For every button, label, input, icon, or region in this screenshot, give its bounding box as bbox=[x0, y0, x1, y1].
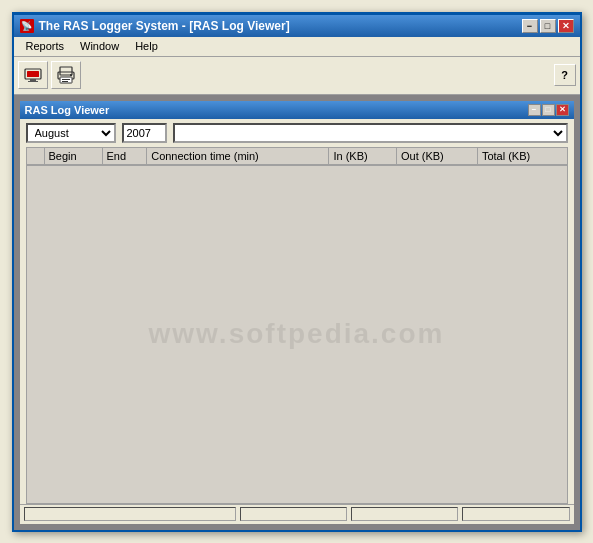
col-checkbox bbox=[26, 147, 44, 164]
menu-bar: Reports Window Help bbox=[14, 37, 580, 57]
close-button[interactable]: ✕ bbox=[558, 19, 574, 33]
menu-window[interactable]: Window bbox=[72, 38, 127, 54]
inner-title-bar: RAS Log Viewer − □ ✕ bbox=[20, 101, 574, 119]
col-total: Total (KB) bbox=[477, 147, 567, 164]
inner-minimize-button[interactable]: − bbox=[528, 104, 541, 116]
inner-title-controls: − □ ✕ bbox=[528, 104, 569, 116]
ras-toolbar-button[interactable] bbox=[18, 61, 48, 89]
toolbar-right: ? bbox=[554, 64, 576, 86]
connection-select[interactable] bbox=[173, 123, 568, 143]
log-table: Begin End Connection time (min) In (KB) … bbox=[26, 147, 568, 165]
col-begin: Begin bbox=[44, 147, 102, 164]
app-icon: 📡 bbox=[20, 19, 34, 33]
svg-rect-9 bbox=[70, 74, 72, 76]
minimize-button[interactable]: − bbox=[522, 19, 538, 33]
svg-rect-1 bbox=[27, 71, 39, 77]
col-out: Out (KB) bbox=[396, 147, 477, 164]
table-area: Begin End Connection time (min) In (KB) … bbox=[26, 147, 568, 504]
inner-window-title: RAS Log Viewer bbox=[25, 104, 110, 116]
inner-restore-button[interactable]: □ bbox=[542, 104, 555, 116]
ras-icon bbox=[23, 65, 43, 85]
inner-window: RAS Log Viewer − □ ✕ August January Febr… bbox=[18, 99, 576, 526]
svg-rect-4 bbox=[60, 67, 72, 75]
menu-reports[interactable]: Reports bbox=[18, 38, 73, 54]
menu-help[interactable]: Help bbox=[127, 38, 166, 54]
inner-close-button[interactable]: ✕ bbox=[556, 104, 569, 116]
month-select[interactable]: August January February March April May … bbox=[26, 123, 116, 143]
title-bar-controls: − □ ✕ bbox=[522, 19, 574, 33]
mdi-area: RAS Log Viewer − □ ✕ August January Febr… bbox=[14, 95, 580, 530]
title-bar-left: 📡 The RAS Logger System - [RAS Log Viewe… bbox=[20, 19, 290, 33]
col-connection-time: Connection time (min) bbox=[147, 147, 329, 164]
print-toolbar-button[interactable] bbox=[51, 61, 81, 89]
toolbar-buttons bbox=[18, 61, 81, 89]
svg-rect-2 bbox=[30, 79, 36, 81]
col-in: In (KB) bbox=[329, 147, 397, 164]
table-empty-area: www.softpedia.com bbox=[26, 165, 568, 504]
svg-rect-8 bbox=[62, 81, 68, 82]
window-title: The RAS Logger System - [RAS Log Viewer] bbox=[39, 19, 290, 33]
svg-rect-7 bbox=[62, 79, 70, 80]
watermark: www.softpedia.com bbox=[149, 318, 445, 350]
status-cell-2 bbox=[240, 507, 347, 521]
filter-row: August January February March April May … bbox=[20, 119, 574, 147]
status-cell-1 bbox=[24, 507, 236, 521]
status-bar bbox=[20, 504, 574, 524]
svg-rect-3 bbox=[28, 81, 38, 82]
main-window: 📡 The RAS Logger System - [RAS Log Viewe… bbox=[12, 12, 582, 532]
status-cell-3 bbox=[351, 507, 458, 521]
print-icon bbox=[56, 65, 76, 85]
help-button[interactable]: ? bbox=[554, 64, 576, 86]
col-end: End bbox=[102, 147, 147, 164]
toolbar: ? bbox=[14, 57, 580, 95]
title-bar: 📡 The RAS Logger System - [RAS Log Viewe… bbox=[14, 15, 580, 37]
restore-button[interactable]: □ bbox=[540, 19, 556, 33]
table-header: Begin End Connection time (min) In (KB) … bbox=[26, 147, 567, 164]
status-cell-4 bbox=[462, 507, 569, 521]
year-input[interactable] bbox=[122, 123, 167, 143]
